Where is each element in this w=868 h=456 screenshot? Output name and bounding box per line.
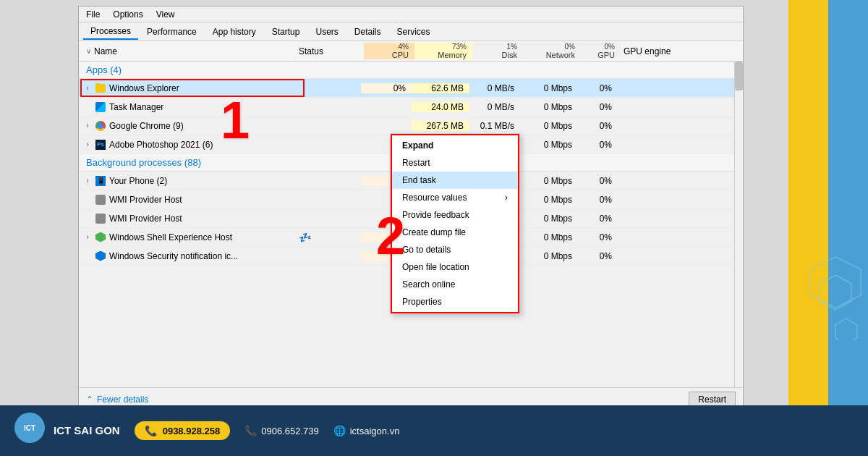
tab-services[interactable]: Services: [390, 25, 438, 39]
windows-explorer-cpu: 0%: [361, 83, 412, 93]
svg-marker-2: [835, 318, 857, 340]
ctx-properties[interactable]: Properties: [391, 293, 519, 311]
annotation-2: 2: [376, 210, 405, 262]
website-contact[interactable]: 🌐 ictsaigon.vn: [333, 425, 400, 436]
logo-ict-text: ICT: [24, 424, 35, 432]
col-name[interactable]: ∨ Name: [82, 46, 299, 56]
security-icon: [95, 251, 106, 261]
ctx-provide-feedback[interactable]: Provide feedback: [391, 206, 519, 224]
tab-bar: Processes Performance App history Startu…: [79, 22, 743, 41]
ctx-search-online[interactable]: Search online: [391, 276, 519, 293]
photoshop-icon: Ps: [95, 140, 106, 150]
phone-btn-1[interactable]: 📞 0938.928.258: [135, 421, 231, 440]
menu-view[interactable]: View: [153, 9, 178, 20]
ctx-end-task[interactable]: End task: [391, 172, 519, 189]
svg-marker-1: [820, 275, 851, 310]
ctx-open-file[interactable]: Open file location: [391, 258, 519, 276]
tab-processes[interactable]: Processes: [83, 24, 138, 40]
menu-file[interactable]: File: [83, 9, 103, 20]
ctx-resource-values[interactable]: Resource values ›: [391, 189, 519, 206]
apps-section-header: Apps (4): [79, 62, 743, 79]
svg-marker-0: [810, 257, 861, 308]
phone-icon: 📱: [95, 176, 106, 186]
column-headers: ∨ Name Status 4% CPU 73% Memory 1% Disk …: [79, 41, 743, 62]
annotation-1: 1: [221, 94, 250, 146]
folder-icon: [95, 84, 106, 93]
fewer-details-btn[interactable]: ⌃ Fewer details: [86, 394, 148, 405]
tab-users[interactable]: Users: [308, 25, 345, 39]
windows-explorer-name: › Windows Explorer: [79, 83, 296, 93]
chrome-icon: [95, 121, 106, 131]
col-gpu[interactable]: 0% GPU: [581, 43, 621, 59]
windows-explorer-disk: 0 MB/s: [469, 83, 520, 93]
context-menu: Expand Restart End task Resource values …: [390, 133, 520, 314]
task-manager-window: File Options View Processes Performance …: [78, 6, 744, 411]
bottom-bar: ICT ICT SAI GON 📞 0938.928.258 📞 0906.65…: [0, 405, 868, 456]
expand-icon[interactable]: ›: [83, 84, 92, 93]
col-gpu-engine[interactable]: GPU engine: [621, 46, 731, 56]
taskman-icon: [95, 102, 106, 112]
wmi-icon-2: [95, 214, 106, 224]
wmi-host-2-name: WMI Provider Host: [79, 214, 296, 224]
col-status[interactable]: Status: [299, 46, 364, 56]
logo-container: ICT: [14, 413, 51, 449]
wmi-icon-1: [95, 195, 106, 205]
ctx-expand[interactable]: Expand: [391, 137, 519, 154]
brand-logo: ICT ICT SAI GON: [14, 413, 120, 449]
col-memory[interactable]: 73% Memory: [414, 43, 472, 59]
task-manager-name: Task Manager: [79, 102, 296, 112]
brand-text-group: ICT SAI GON: [54, 425, 120, 437]
website-url: ictsaigon.vn: [350, 426, 400, 436]
scrollbar-thumb[interactable]: [735, 62, 743, 90]
windows-shell-name: › Windows Shell Experience Host: [79, 232, 296, 242]
wmi-host-1-name: WMI Provider Host: [79, 195, 296, 205]
fewer-details-icon: ⌃: [86, 394, 93, 405]
windows-security-name: Windows Security notification ic...: [79, 251, 296, 261]
tab-app-history[interactable]: App history: [205, 25, 263, 39]
phone-number-1: 0938.928.258: [163, 426, 221, 436]
ctx-go-to-details[interactable]: Go to details: [391, 241, 519, 258]
windows-explorer-memory: 62.6 MB: [412, 83, 469, 93]
tab-startup[interactable]: Startup: [265, 25, 307, 39]
task-manager-row[interactable]: Task Manager 24.0 MB 0 MB/s 0 Mbps 0%: [79, 98, 743, 117]
col-disk[interactable]: 1% Disk: [472, 43, 523, 59]
logo-circle: ICT: [14, 413, 45, 443]
windows-explorer-row[interactable]: › Windows Explorer 0% 62.6 MB 0 MB/s 0 M…: [79, 79, 743, 98]
ctx-restart[interactable]: Restart: [391, 154, 519, 172]
menu-options[interactable]: Options: [110, 9, 145, 20]
col-cpu[interactable]: 4% CPU: [364, 43, 414, 59]
ctx-create-dump[interactable]: Create dump file: [391, 224, 519, 241]
google-chrome-name: › Google Chrome (9): [79, 121, 296, 131]
windows-explorer-gpu: 0%: [578, 83, 618, 93]
vertical-scrollbar[interactable]: [734, 62, 743, 389]
col-network[interactable]: 0% Network: [523, 43, 581, 59]
phone-icon-1: 📞: [145, 425, 157, 436]
globe-icon: 🌐: [333, 425, 346, 436]
phone-contact-2[interactable]: 📞 0906.652.739: [244, 425, 319, 436]
phone-number-2: 0906.652.739: [261, 426, 319, 436]
phone-icon-2: 📞: [244, 425, 257, 436]
your-phone-name: › 📱 Your Phone (2): [79, 176, 296, 186]
menu-bar: File Options View: [79, 7, 743, 22]
shell-icon: [95, 232, 106, 242]
adobe-photoshop-name: › Ps Adobe Photoshop 2021 (6): [79, 140, 296, 150]
tab-performance[interactable]: Performance: [140, 25, 204, 39]
windows-explorer-network: 0 Mbps: [520, 83, 578, 93]
brand-name: ICT SAI GON: [54, 425, 120, 437]
tab-details[interactable]: Details: [347, 25, 388, 39]
